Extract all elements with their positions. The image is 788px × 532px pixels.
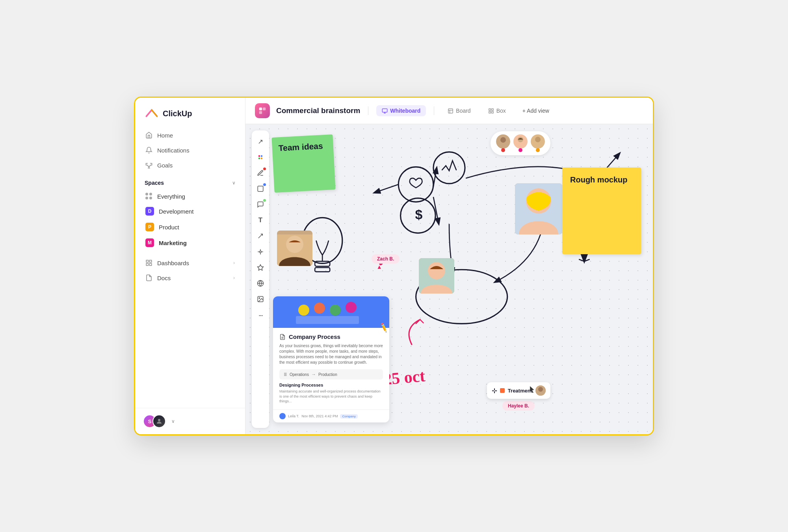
svg-point-72 <box>428 262 445 279</box>
dashboards-label: Dashboards <box>157 260 189 266</box>
development-dot: D <box>145 207 154 216</box>
tool-comment[interactable] <box>253 197 268 212</box>
sidebar-item-dashboards[interactable]: Dashboards › <box>140 255 240 270</box>
tool-more[interactable]: ··· <box>253 308 268 322</box>
person-photo-center <box>419 258 454 294</box>
tab-board[interactable]: Board <box>442 105 476 116</box>
svg-point-35 <box>259 298 260 298</box>
sticky-yellow-text: Rough mockup <box>570 175 628 184</box>
tool-palette[interactable] <box>253 150 268 164</box>
doc-date: Nov 8th, 2021 4:42 PM <box>301 414 338 418</box>
product-dot: P <box>145 223 154 231</box>
process-from: Operations <box>290 372 309 377</box>
tab-box-label: Box <box>496 108 506 114</box>
collaborator-avatar-2 <box>513 134 528 149</box>
development-label: Development <box>159 208 193 215</box>
dashboards-chevron[interactable]: › <box>233 260 235 266</box>
svg-rect-44 <box>315 268 330 272</box>
sidebar-item-marketing[interactable]: M Marketing <box>140 235 240 251</box>
docs-chevron[interactable]: › <box>233 275 235 281</box>
sidebar-item-docs[interactable]: Docs › <box>140 270 240 285</box>
svg-point-88 <box>538 387 543 392</box>
board-icon <box>448 108 453 114</box>
tool-hub[interactable] <box>253 245 268 259</box>
svg-rect-18 <box>489 111 491 113</box>
sidebar-item-goals[interactable]: Goals <box>140 158 240 173</box>
spaces-section-header: Spaces ∨ <box>135 173 245 189</box>
svg-point-47 <box>433 152 465 184</box>
haylee-name: Haylee B. <box>508 403 529 409</box>
svg-rect-7 <box>259 108 262 110</box>
spaces-chevron[interactable]: ∨ <box>232 180 236 186</box>
move-icon: ⊹ <box>492 387 497 394</box>
add-view-button[interactable]: + Add view <box>518 105 554 116</box>
collaborator-1 <box>496 134 510 152</box>
canvas: ↗ <box>245 124 653 434</box>
box-icon <box>488 108 494 114</box>
svg-point-41 <box>535 137 541 142</box>
dashboards-icon <box>145 259 152 266</box>
tool-cursor[interactable]: ↗ <box>253 134 268 149</box>
svg-line-25 <box>258 234 263 238</box>
notifications-label: Notifications <box>157 147 190 154</box>
sidebar-nav: Home Notifications Goals <box>135 128 245 173</box>
tool-text[interactable]: T <box>253 213 268 227</box>
home-label: Home <box>157 132 173 139</box>
list-icon <box>282 372 287 377</box>
tool-pencil[interactable] <box>253 166 268 180</box>
tool-connector[interactable] <box>253 229 268 243</box>
tool-star[interactable] <box>253 260 268 275</box>
doc-author: Leila T. <box>288 414 299 418</box>
add-view-label: + Add view <box>522 108 549 114</box>
sidebar-item-development[interactable]: D Development <box>140 203 240 219</box>
tool-image[interactable] <box>253 292 268 306</box>
svg-rect-4 <box>146 264 148 266</box>
clickup-logo-icon <box>145 106 159 121</box>
svg-line-63 <box>584 259 590 261</box>
doc-icon <box>279 334 286 340</box>
svg-rect-9 <box>259 111 262 114</box>
sidebar-item-everything[interactable]: Everything <box>140 189 240 203</box>
whiteboard-icon <box>382 108 388 114</box>
bell-icon <box>145 147 152 154</box>
svg-point-6 <box>158 419 160 421</box>
svg-point-21 <box>261 155 263 157</box>
canvas-toolbar: ↗ <box>252 130 269 428</box>
mouse-cursor-icon <box>529 385 537 395</box>
rect-dot <box>263 183 266 186</box>
docs-icon <box>145 274 152 281</box>
svg-point-46 <box>398 167 433 202</box>
tool-globe[interactable] <box>253 276 268 290</box>
comment-dot <box>263 199 266 202</box>
svg-rect-24 <box>258 186 263 192</box>
process-arrow: → <box>311 372 316 377</box>
svg-point-37 <box>500 137 506 143</box>
svg-point-77 <box>346 302 357 313</box>
tool-rectangle[interactable] <box>253 182 268 196</box>
everything-icon <box>145 193 152 200</box>
marketing-label: Marketing <box>159 240 187 246</box>
sticky-note-green[interactable]: Team ideas <box>271 134 335 193</box>
doc-title: Company Process <box>289 333 340 340</box>
sidebar-item-home[interactable]: Home <box>140 128 240 143</box>
doc-card[interactable]: Company Process As your business grows, … <box>273 296 389 422</box>
svg-point-68 <box>286 236 303 253</box>
tab-box[interactable]: Box <box>483 105 511 116</box>
tab-whiteboard[interactable]: Whiteboard <box>376 105 426 116</box>
svg-rect-8 <box>263 108 266 110</box>
collaborator-avatar-1 <box>496 134 510 149</box>
collaborator-dot-2 <box>519 148 522 152</box>
sticky-note-yellow[interactable]: Rough mockup <box>562 167 641 254</box>
sidebar-item-product[interactable]: P Product <box>140 219 240 235</box>
collaborator-avatar-3 <box>531 134 545 149</box>
treatment-color <box>500 388 505 393</box>
svg-point-75 <box>314 303 325 314</box>
svg-text:$: $ <box>415 207 422 222</box>
svg-marker-31 <box>258 265 264 270</box>
user-chevron[interactable]: ∨ <box>171 419 175 424</box>
sidebar-item-notifications[interactable]: Notifications <box>140 143 240 158</box>
svg-line-62 <box>579 259 584 261</box>
svg-point-48 <box>401 198 436 233</box>
collaborators-panel <box>491 131 550 155</box>
docs-label: Docs <box>157 275 171 281</box>
